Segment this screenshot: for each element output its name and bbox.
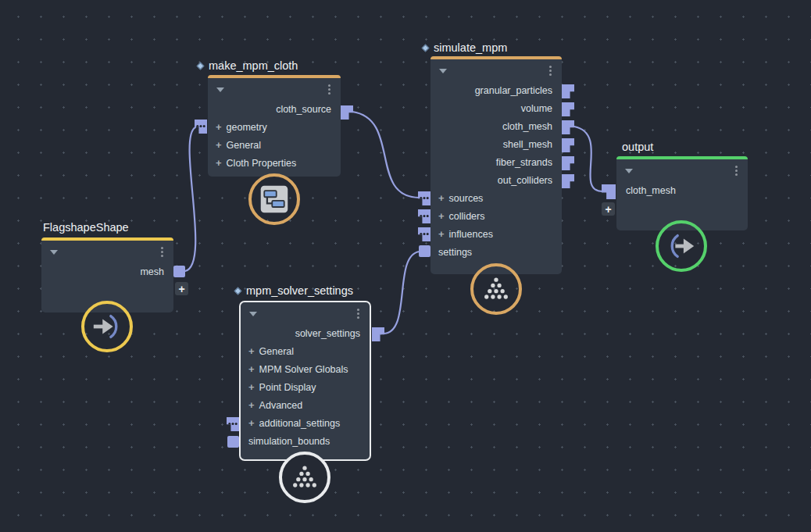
node-title-label: simulate_mpm <box>434 41 507 54</box>
output-row-volume[interactable]: volume <box>431 99 562 117</box>
arrow-into-arc-icon <box>91 310 123 343</box>
input-row-advanced[interactable]: Advanced <box>241 396 370 414</box>
output-row-cloth-mesh[interactable]: cloth_mesh <box>431 117 562 135</box>
port-mesh-out[interactable] <box>173 266 185 277</box>
output-row-cloth-source[interactable]: cloth_source <box>208 100 341 118</box>
input-label: colliders <box>449 211 485 222</box>
output-label: solver_settings <box>295 328 360 339</box>
node-title-output[interactable]: output <box>622 141 653 153</box>
multi-connection-dots-icon <box>200 125 202 127</box>
collapse-icon[interactable] <box>439 69 447 73</box>
expand-icon[interactable] <box>248 381 259 393</box>
node-simulate-mpm[interactable]: granular_particles volume cloth_mesh she… <box>431 56 562 274</box>
asset-diamond-icon <box>422 44 430 52</box>
node-badge-simulate-mpm <box>470 263 522 315</box>
expand-icon[interactable] <box>438 210 449 222</box>
output-row-out-colliders[interactable]: out_colliders <box>431 171 562 189</box>
wire-solver_settings-to-settings[interactable] <box>383 252 420 334</box>
input-row-point-display[interactable]: Point Display <box>241 378 370 396</box>
input-label: settings <box>438 247 472 258</box>
input-label: Point Display <box>259 382 316 393</box>
input-row-geometry[interactable]: geometry <box>208 118 341 136</box>
output-label: out_colliders <box>498 175 552 186</box>
port-settings-in[interactable] <box>419 245 431 257</box>
multi-connection-dots-icon <box>232 423 234 425</box>
collapse-icon[interactable] <box>625 169 633 173</box>
expand-icon[interactable] <box>248 399 259 411</box>
output-row-granular-particles[interactable]: granular_particles <box>431 81 562 99</box>
input-row-additional-settings[interactable]: additional_settings <box>241 414 370 432</box>
input-label: MPM Solver Globals <box>259 364 348 375</box>
wire-cloth_source-to-sources[interactable] <box>352 112 419 198</box>
expand-icon[interactable] <box>248 363 259 375</box>
node-menu-icon[interactable] <box>735 170 738 172</box>
output-label: cloth_source <box>276 104 331 115</box>
particles-icon <box>289 462 320 493</box>
node-menu-icon[interactable] <box>161 251 163 253</box>
multi-connection-dots-icon <box>423 197 426 199</box>
arrow-out-of-arc-icon <box>665 230 698 262</box>
node-make-mpm-cloth[interactable]: cloth_source geometry General Cloth Prop… <box>208 75 341 177</box>
node-title-simulate-mpm[interactable]: simulate_mpm <box>423 41 507 54</box>
input-row-mpm-solver-globals[interactable]: MPM Solver Globals <box>241 360 370 378</box>
input-label: Cloth Properties <box>227 158 297 169</box>
output-row-mesh[interactable]: mesh <box>41 262 173 280</box>
input-label: cloth_mesh <box>626 185 676 196</box>
input-label: influences <box>449 229 493 240</box>
input-row-sources[interactable]: sources <box>431 189 562 207</box>
expand-icon[interactable] <box>438 192 449 204</box>
expand-icon[interactable] <box>438 228 449 240</box>
output-label: volume <box>521 103 552 114</box>
collapse-icon[interactable] <box>50 250 58 255</box>
input-row-simulation-bounds[interactable]: simulation_bounds <box>241 432 370 450</box>
expand-icon[interactable] <box>216 157 227 169</box>
node-title-mpm-solver-settings[interactable]: mpm_solver_settings <box>235 284 353 297</box>
input-label: General <box>259 346 294 357</box>
input-row-settings[interactable]: settings <box>431 243 562 261</box>
node-menu-icon[interactable] <box>357 312 359 315</box>
asset-diamond-icon <box>234 287 242 295</box>
wire-cloth_mesh-to-output[interactable] <box>574 127 602 191</box>
port-simulation-bounds-in[interactable] <box>227 436 239 448</box>
node-menu-icon[interactable] <box>328 88 330 91</box>
expand-icon[interactable] <box>216 139 227 151</box>
output-label: cloth_mesh <box>502 121 552 132</box>
node-badge-make-mpm-cloth <box>248 173 300 225</box>
input-label: additional_settings <box>259 418 341 429</box>
expand-icon[interactable] <box>216 121 227 133</box>
node-mpm-solver-settings[interactable]: solver_settings General MPM Solver Globa… <box>239 301 371 461</box>
input-row-general[interactable]: General <box>241 342 370 360</box>
input-row-influences[interactable]: influences <box>431 225 562 243</box>
output-row-fiber-strands[interactable]: fiber_strands <box>431 153 562 171</box>
input-row-general[interactable]: General <box>208 136 341 154</box>
input-row-cloth-mesh[interactable]: cloth_mesh <box>616 181 748 199</box>
output-row-shell-mesh[interactable]: shell_mesh <box>431 135 562 153</box>
wire-mesh-to-geometry[interactable] <box>185 127 195 271</box>
collapse-icon[interactable] <box>249 312 257 316</box>
expand-icon[interactable] <box>248 417 259 429</box>
multi-connection-dots-icon <box>423 215 426 217</box>
node-title-make-mpm-cloth[interactable]: make_mpm_cloth <box>198 59 298 72</box>
add-output-button[interactable] <box>175 282 188 295</box>
node-menu-icon[interactable] <box>549 70 552 72</box>
output-label: mesh <box>140 266 164 277</box>
node-badge-output <box>656 220 707 272</box>
expand-icon[interactable] <box>248 345 259 357</box>
input-label: General <box>227 140 261 151</box>
collapse-icon[interactable] <box>216 87 224 92</box>
subnet-icon <box>259 184 290 215</box>
output-label: granular_particles <box>475 85 552 96</box>
node-title-flagshapeshape[interactable]: FlagshapeShape <box>43 221 129 234</box>
node-output[interactable]: cloth_mesh <box>616 156 748 230</box>
network-canvas[interactable]: FlagshapeShape mesh make_mpm_cloth <box>0 0 811 532</box>
particles-icon <box>481 273 512 305</box>
input-label: geometry <box>227 122 267 133</box>
add-input-button[interactable] <box>602 202 615 216</box>
output-row-solver-settings[interactable]: solver_settings <box>241 324 370 342</box>
input-row-colliders[interactable]: colliders <box>431 207 562 225</box>
asset-diamond-icon <box>197 62 205 70</box>
input-label: Advanced <box>259 400 303 411</box>
node-title-label: mpm_solver_settings <box>246 284 353 297</box>
input-label: sources <box>449 193 484 204</box>
input-row-cloth-properties[interactable]: Cloth Properties <box>208 154 341 172</box>
